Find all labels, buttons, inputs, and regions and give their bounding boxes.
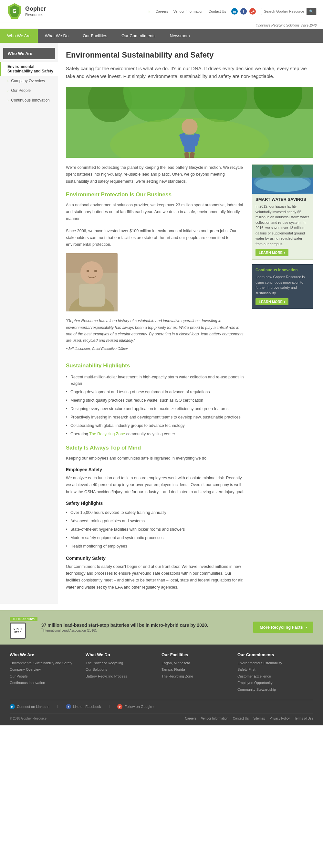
linkedin-footer-link[interactable]: in Connect on LinkedIn <box>10 704 49 709</box>
sidebar-item-innovation[interactable]: › Continuous Innovation <box>0 95 58 105</box>
divider-pipe-2: | <box>109 704 110 709</box>
vendor-link[interactable]: Vendor Information <box>174 9 204 13</box>
sidebar-label-company: Company Overview <box>11 79 45 83</box>
footer-env-commit-link[interactable]: Environmental Sustainability <box>238 660 307 666</box>
nav-what-we-do[interactable]: What We Do <box>38 29 76 43</box>
facebook-footer-icon: f <box>66 704 71 709</box>
facebook-icon[interactable]: f <box>240 8 247 14</box>
googleplus-icon[interactable]: g+ <box>249 8 256 14</box>
footer-bottom-vendor[interactable]: Vendor Information <box>201 717 228 720</box>
did-you-know-label: DID YOU KNOW? START STOP <box>10 616 37 639</box>
footer-power-link[interactable]: The Power of Recycling <box>85 660 155 666</box>
footer-col-who-we-are: Who We Are Environmental Sustainability … <box>10 652 85 694</box>
footer-bottom-privacy[interactable]: Privacy Policy <box>270 717 290 720</box>
safety-intro: Keeping our employees and communities sa… <box>66 455 246 462</box>
home-icon[interactable]: ⌂ <box>148 9 150 14</box>
footer-bottom-contact[interactable]: Contact Us <box>233 717 249 720</box>
careers-link[interactable]: Careers <box>156 9 168 13</box>
footer-recycling-zone-link[interactable]: The Recycling Zone <box>162 674 231 679</box>
footer-bottom-terms[interactable]: Terms of Use <box>294 717 313 720</box>
tagline: Innovative Recycling Solutions Since 194… <box>0 23 323 29</box>
divider-pipe-1: | <box>57 704 58 709</box>
sidebar-item-env-sustainability[interactable]: Environmental Sustainability and Safety <box>0 62 58 76</box>
footer-company-link[interactable]: Company Overview <box>10 667 79 672</box>
facebook-footer-link[interactable]: f Like on Facebook <box>66 704 101 709</box>
footer-solutions-link[interactable]: Our Solutions <box>85 667 155 672</box>
footer-community-link[interactable]: Community Stewardship <box>238 687 307 692</box>
footer-customer-link[interactable]: Customer Excellence <box>238 674 307 679</box>
copyright-text: © 2018 Gopher Resource <box>10 717 46 720</box>
logo-area: G Gopher Resource. <box>6 3 46 20</box>
safety-heading: Safety Is Always Top of Mind <box>66 445 246 451</box>
section1-para2: Since 2006, we have invested over $100 m… <box>66 228 246 248</box>
sidebar-item-our-people[interactable]: › Our People <box>0 86 58 95</box>
nav-who-we-are[interactable]: Who We Are <box>0 29 38 43</box>
arrow-icon-3: › <box>7 99 8 102</box>
search-box[interactable]: 🔍 <box>261 8 317 15</box>
footer-col-commitments: Our Commitments Environmental Sustainabi… <box>238 652 313 694</box>
footer-bottom: © 2018 Gopher Resource Careers Vendor In… <box>10 713 313 720</box>
quote-attr: ~Jeff Jacobsen, Chief Executive Officer <box>66 347 246 350</box>
svg-point-20 <box>86 270 89 272</box>
svg-point-10 <box>182 119 198 134</box>
arrow-right-icon: › <box>284 251 285 254</box>
nav-our-commitments[interactable]: Our Commitments <box>114 29 163 43</box>
footer-col-facilities: Our Facilities Eagan, Minnesota Tampa, F… <box>162 652 238 694</box>
innovation-card-text: Learn how Gopher Resource is using conti… <box>255 274 310 296</box>
more-facts-button[interactable]: More Recycling Facts › <box>253 622 313 633</box>
innovation-card: Continuous Innovation Learn how Gopher R… <box>252 264 313 309</box>
main-nav: Who We Are What We Do Our Facilities Our… <box>0 29 323 43</box>
highlight-item-2: Ongoing development and testing of new e… <box>66 388 246 396</box>
arrow-right-icon-2: › <box>284 300 285 304</box>
footer-battery-link[interactable]: Battery Recycling Process <box>85 674 155 679</box>
footer-eagan-link[interactable]: Eagan, Minnesota <box>162 660 231 666</box>
fact-text: 37 million lead-based start-stop batteri… <box>41 623 208 628</box>
logo-icon: G <box>6 3 23 20</box>
footer-safety-link[interactable]: Safety First <box>238 667 307 672</box>
contact-link[interactable]: Contact Us <box>209 9 226 13</box>
content-wrapper: Who We Are Environmental Sustainability … <box>0 43 323 604</box>
fact-source: †International Lead Association (2016). <box>41 628 208 632</box>
nav-our-facilities[interactable]: Our Facilities <box>76 29 114 43</box>
linkedin-icon[interactable]: in <box>231 8 238 14</box>
logo-text: Gopher Resource. <box>25 5 46 17</box>
svg-point-27 <box>260 166 270 176</box>
more-facts-label: More Recycling Facts <box>260 625 303 630</box>
footer-col-what-we-do: What We Do The Power of Recycling Our So… <box>85 652 162 694</box>
employee-safety-text: We analyze each function and task to ens… <box>66 475 246 495</box>
highlights-list: Recent multi-million-dollar investment i… <box>66 373 246 438</box>
brand-name: Gopher <box>25 5 46 12</box>
arrow-icon-2: › <box>7 89 8 92</box>
googleplus-footer-link[interactable]: g+ Follow on Google+ <box>117 704 154 709</box>
innovation-learn-more-btn[interactable]: LEARN MORE › <box>255 298 288 305</box>
footer-people-link[interactable]: Our People <box>10 674 79 679</box>
site-footer: Who We Are Environmental Sustainability … <box>0 645 323 726</box>
highlight-item-3: Meeting strict quality practices that re… <box>66 396 246 405</box>
community-safety-text: Our commitment to safety doesn't begin o… <box>66 563 246 591</box>
sidebar-title: Who We Are <box>3 48 55 59</box>
svg-rect-22 <box>79 284 105 307</box>
arrow-icon: › <box>7 79 8 83</box>
svg-point-25 <box>255 176 310 192</box>
safety-highlights-heading: Safety Highlights <box>66 501 246 506</box>
hero-image <box>66 87 313 158</box>
body-para1: We're committed to protecting the planet… <box>66 164 246 185</box>
footer-bottom-careers[interactable]: Careers <box>185 717 197 720</box>
water-learn-more-btn[interactable]: LEARN MORE › <box>255 249 288 256</box>
footer-innovation-link[interactable]: Continuous Innovation <box>10 680 79 686</box>
googleplus-footer-icon: g+ <box>117 704 122 709</box>
recycling-zone-link[interactable]: The Recycling Zone <box>89 432 125 436</box>
water-card-image <box>252 165 313 194</box>
search-input[interactable] <box>261 8 307 14</box>
innovation-card-title: Continuous Innovation <box>255 268 310 272</box>
footer-employee-link[interactable]: Employee Opportunity <box>238 680 307 686</box>
footer-tampa-link[interactable]: Tampa, Florida <box>162 667 231 672</box>
search-button[interactable]: 🔍 <box>307 8 316 15</box>
water-card-title: SMART WATER SAVINGS <box>255 197 310 202</box>
highlight-item-1: Recent multi-million-dollar investment i… <box>66 373 246 388</box>
sidebar-item-company-overview[interactable]: › Company Overview <box>0 76 58 86</box>
footer-env-link[interactable]: Environmental Sustainability and Safety <box>10 660 79 666</box>
footer-bottom-sitemap[interactable]: Sitemap <box>253 717 265 720</box>
nav-newsroom[interactable]: Newsroom <box>163 29 197 43</box>
highlights-heading: Sustainability Highlights <box>66 363 246 369</box>
